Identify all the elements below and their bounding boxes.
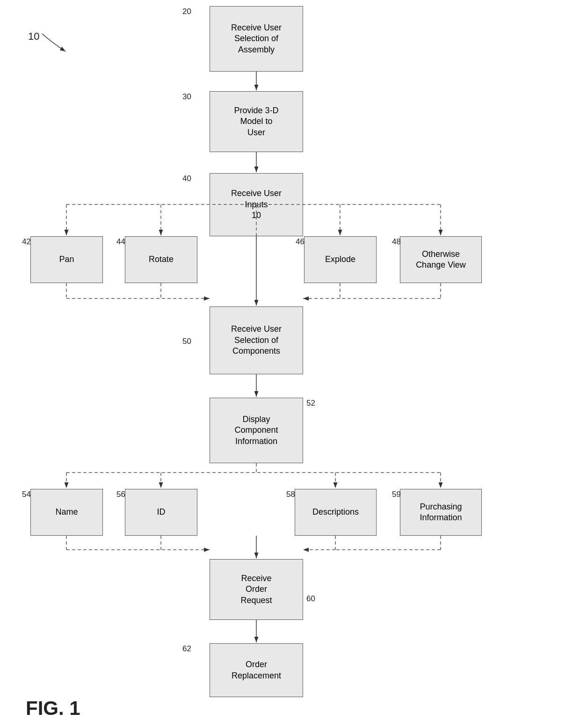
ref-62: 62 xyxy=(182,644,191,654)
box-receive-user-inputs: Receive UserInputs10 xyxy=(210,173,303,236)
ref-50: 50 xyxy=(182,337,191,346)
box-label: Descriptions xyxy=(312,507,359,517)
box-receive-user-selection-components: Receive UserSelection ofComponents xyxy=(210,306,303,374)
ref-60: 60 xyxy=(306,594,315,604)
box-label: DisplayComponentInformation xyxy=(234,414,278,447)
ref-48: 48 xyxy=(392,237,401,247)
box-id: ID xyxy=(125,489,197,536)
box-label: Receive UserSelection ofAssembly xyxy=(231,22,282,55)
ref-42: 42 xyxy=(22,237,31,247)
figure-label: FIG. 1 xyxy=(26,697,80,720)
box-receive-order-request: ReceiveOrderRequest xyxy=(210,559,303,620)
box-receive-user-selection-assembly: Receive UserSelection ofAssembly xyxy=(210,6,303,72)
ref-20: 20 xyxy=(182,7,191,16)
ref-52: 52 xyxy=(306,399,315,408)
box-label: Rotate xyxy=(149,254,174,265)
box-label: ID xyxy=(157,507,166,517)
box-label: OrderReplacement xyxy=(232,659,281,681)
ref-40: 40 xyxy=(182,174,191,183)
box-label: Explode xyxy=(325,254,355,265)
box-label: Receive UserSelection ofComponents xyxy=(231,324,282,357)
ref-44: 44 xyxy=(116,237,125,247)
box-label: Name xyxy=(55,507,78,517)
ref-56: 56 xyxy=(116,490,125,499)
box-label: Provide 3-DModel toUser xyxy=(234,105,278,138)
box-label: Receive UserInputs10 xyxy=(231,188,282,221)
box-display-component-information: DisplayComponentInformation xyxy=(210,398,303,463)
ref-46: 46 xyxy=(296,237,304,247)
box-label: ReceiveOrderRequest xyxy=(240,573,272,606)
box-label: PurchasingInformation xyxy=(420,502,462,524)
box-otherwise-change-view: OtherwiseChange View xyxy=(400,236,482,283)
box-label: OtherwiseChange View xyxy=(416,249,466,271)
box-explode: Explode xyxy=(304,236,377,283)
box-rotate: Rotate xyxy=(125,236,197,283)
box-pan: Pan xyxy=(30,236,103,283)
box-provide-3d-model: Provide 3-DModel toUser xyxy=(210,91,303,152)
box-descriptions: Descriptions xyxy=(295,489,377,536)
ref-30: 30 xyxy=(182,92,191,102)
ref-58: 58 xyxy=(286,490,295,499)
ref-10: 10 xyxy=(28,30,39,43)
box-label: Pan xyxy=(59,254,74,265)
box-name: Name xyxy=(30,489,103,536)
diagram-container: 10 Receive UserSelection ofAssembly 20 P… xyxy=(0,0,580,728)
ref-54: 54 xyxy=(22,490,31,499)
box-purchasing-information: PurchasingInformation xyxy=(400,489,482,536)
ref-59: 59 xyxy=(392,490,401,499)
box-order-replacement: OrderReplacement xyxy=(210,643,303,697)
